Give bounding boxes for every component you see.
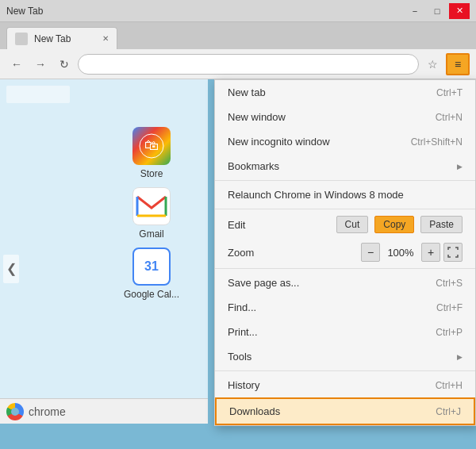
chrome-bottom-bar: chrome: [0, 398, 208, 424]
menu-item-print-label: Print...: [228, 326, 258, 338]
zoom-row: Zoom − 100% +: [215, 238, 475, 267]
forward-button[interactable]: →: [30, 54, 51, 75]
chrome-dropdown-menu: New tab Ctrl+T New window Ctrl+N New inc…: [214, 79, 476, 426]
title-bar: New Tab − □ ✕: [0, 0, 476, 22]
menu-item-new-tab-shortcut: Ctrl+T: [436, 87, 463, 98]
window-controls: − □ ✕: [405, 3, 470, 19]
menu-item-print[interactable]: Print... Ctrl+P: [215, 320, 475, 344]
zoom-percent: 100%: [383, 247, 418, 259]
menu-item-new-tab[interactable]: New tab Ctrl+T: [215, 80, 475, 105]
menu-separator-3: [215, 268, 475, 269]
store-label: Store: [140, 168, 163, 179]
zoom-out-button[interactable]: −: [361, 243, 380, 262]
page-nav-arrow[interactable]: ❮: [3, 255, 19, 283]
menu-item-find-shortcut: Ctrl+F: [436, 302, 463, 313]
menu-item-new-incognito-label: New incognito window: [228, 136, 330, 148]
gcal-icon: 31: [132, 248, 171, 286]
menu-item-new-window-shortcut: Ctrl+N: [436, 112, 463, 123]
menu-item-downloads-label: Downloads: [229, 405, 280, 417]
menu-item-new-window[interactable]: New window Ctrl+N: [215, 105, 475, 129]
zoom-in-button[interactable]: +: [421, 243, 440, 262]
edit-row: Edit Cut Copy Paste: [215, 211, 475, 238]
menu-item-new-incognito[interactable]: New incognito window Ctrl+Shift+N: [215, 129, 475, 154]
menu-item-print-shortcut: Ctrl+P: [436, 327, 463, 338]
menu-item-history-label: History: [228, 379, 259, 391]
tab-close-button[interactable]: ✕: [102, 34, 109, 43]
zoom-label: Zoom: [228, 247, 358, 259]
menu-separator-1: [215, 180, 475, 181]
reload-button[interactable]: ↻: [54, 54, 75, 75]
gmail-icon: [132, 187, 171, 225]
menu-item-save-page-shortcut: Ctrl+S: [436, 278, 463, 289]
menu-item-relaunch-label: Relaunch Chrome in Windows 8 mode: [228, 189, 404, 201]
active-tab[interactable]: New Tab ✕: [6, 27, 117, 49]
tab-bar: New Tab ✕: [0, 22, 476, 49]
bookmark-star-button[interactable]: ☆: [422, 54, 443, 75]
menu-item-find-label: Find...: [228, 301, 256, 313]
menu-separator-4: [215, 370, 475, 371]
menu-item-bookmarks-label: Bookmarks: [228, 160, 279, 172]
close-button[interactable]: ✕: [449, 3, 470, 19]
svg-text:🛍: 🛍: [144, 137, 159, 153]
gcal-label: Google Cal...: [124, 289, 179, 300]
maximize-button[interactable]: □: [427, 3, 447, 19]
menu-item-new-incognito-shortcut: Ctrl+Shift+N: [411, 136, 463, 148]
store-icon: 🛍: [132, 127, 171, 165]
chrome-menu-button[interactable]: ≡: [446, 53, 470, 75]
menu-item-downloads[interactable]: Downloads Ctrl+J: [215, 397, 475, 425]
fullscreen-button[interactable]: [443, 243, 463, 262]
tab-favicon: [15, 33, 28, 45]
nav-bar: ← → ↻ ☆ ≡: [0, 49, 476, 79]
window-title: New Tab: [6, 6, 405, 17]
menu-item-relaunch[interactable]: Relaunch Chrome in Windows 8 mode: [215, 182, 475, 207]
page-content: ❮ 🛍 Store: [0, 79, 208, 424]
paste-button[interactable]: Paste: [420, 216, 463, 233]
menu-item-history-shortcut: Ctrl+H: [436, 380, 463, 391]
cut-button[interactable]: Cut: [336, 216, 369, 233]
menu-item-bookmarks[interactable]: Bookmarks: [215, 154, 475, 178]
menu-item-new-window-label: New window: [228, 111, 286, 123]
app-store[interactable]: 🛍 Store: [132, 127, 171, 179]
chrome-logo-icon: [6, 403, 24, 420]
address-bar[interactable]: [78, 54, 419, 75]
menu-item-tools[interactable]: Tools: [215, 344, 475, 369]
menu-item-new-tab-label: New tab: [228, 86, 266, 98]
app-gmail[interactable]: Gmail: [132, 187, 171, 240]
apps-grid: 🛍 Store Gmail 31: [0, 127, 208, 300]
menu-item-save-page-label: Save page as...: [228, 277, 299, 289]
app-gcal[interactable]: 31 Google Cal...: [124, 248, 179, 300]
copy-button[interactable]: Copy: [374, 216, 414, 233]
menu-item-history[interactable]: History Ctrl+H: [215, 373, 475, 397]
menu-separator-2: [215, 209, 475, 209]
menu-item-downloads-shortcut: Ctrl+J: [436, 406, 461, 417]
menu-item-save-page[interactable]: Save page as... Ctrl+S: [215, 271, 475, 295]
menu-item-find[interactable]: Find... Ctrl+F: [215, 295, 475, 320]
edit-label: Edit: [228, 219, 330, 231]
tab-label: New Tab: [34, 33, 71, 44]
favicon-bar: [6, 86, 70, 103]
menu-item-tools-label: Tools: [228, 351, 251, 363]
minimize-button[interactable]: −: [405, 3, 425, 19]
back-button[interactable]: ←: [6, 54, 27, 75]
gmail-label: Gmail: [139, 228, 163, 240]
chrome-label: chrome: [29, 405, 66, 418]
